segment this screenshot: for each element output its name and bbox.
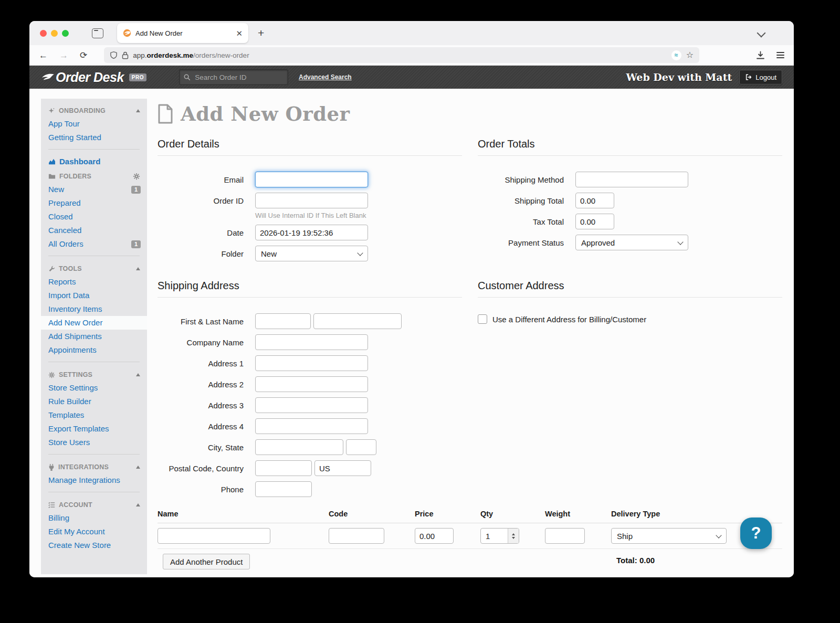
product-code-field[interactable] bbox=[329, 528, 384, 544]
sidebar-item-add-shipments[interactable]: Add Shipments bbox=[41, 330, 147, 343]
translate-extension-icon[interactable]: ≈ bbox=[671, 50, 681, 60]
phone-field[interactable] bbox=[255, 481, 312, 497]
link-label: Create New Store bbox=[48, 541, 111, 550]
sidebar-item-templates[interactable]: Templates bbox=[41, 408, 147, 422]
new-tab-button[interactable]: + bbox=[258, 27, 264, 39]
help-button[interactable]: ? bbox=[740, 518, 772, 549]
sidebar-section-account[interactable]: ACCOUNT bbox=[41, 497, 147, 511]
state-field[interactable] bbox=[346, 439, 376, 455]
shipping-total-field[interactable] bbox=[575, 193, 614, 208]
sidebar-item-export-templates[interactable]: Export Templates bbox=[41, 422, 147, 436]
sidebar-item-dashboard[interactable]: Dashboard bbox=[41, 154, 147, 168]
order-id-helper-text: Will Use Internal ID If This Left Blank bbox=[255, 212, 462, 219]
sidebar-item-store-users[interactable]: Store Users bbox=[41, 436, 147, 449]
logout-button[interactable]: Logout bbox=[739, 70, 782, 85]
sidebar-item-reports[interactable]: Reports bbox=[41, 275, 147, 289]
stepper-buttons[interactable] bbox=[508, 529, 519, 543]
count-badge: 1 bbox=[131, 240, 141, 248]
collapse-caret-icon[interactable] bbox=[136, 503, 140, 506]
delivery-type-select[interactable]: Ship bbox=[611, 528, 727, 544]
bookmark-star-icon[interactable]: ☆ bbox=[686, 51, 694, 59]
sidebar-item-appointments[interactable]: Appointments bbox=[41, 343, 147, 357]
add-another-product-button[interactable]: Add Another Product bbox=[163, 554, 250, 569]
close-window-button[interactable] bbox=[40, 30, 47, 37]
list-all-tabs-icon[interactable] bbox=[757, 29, 766, 38]
minimize-window-button[interactable] bbox=[51, 30, 58, 37]
email-field[interactable] bbox=[255, 172, 368, 187]
quantity-stepper[interactable]: 1 bbox=[480, 528, 519, 544]
sidebar-item-inventory-items[interactable]: Inventory Items bbox=[41, 302, 147, 316]
different-address-checkbox[interactable] bbox=[478, 314, 487, 324]
tab-add-new-order[interactable]: Add New Order ✕ bbox=[117, 23, 248, 43]
tab-close-icon[interactable]: ✕ bbox=[236, 29, 243, 37]
url-domain: orderdesk.me bbox=[147, 51, 194, 59]
search-input[interactable] bbox=[194, 73, 284, 82]
sidebar-item-prepared[interactable]: Prepared bbox=[41, 196, 147, 210]
sidebar-item-edit-my-account[interactable]: Edit My Account bbox=[41, 525, 147, 538]
orderdesk-logo[interactable]: Order Desk PRO bbox=[41, 70, 146, 85]
address3-field[interactable] bbox=[255, 397, 368, 413]
product-weight-field[interactable] bbox=[545, 528, 585, 544]
step-down-icon[interactable] bbox=[512, 537, 515, 539]
forward-button[interactable]: → bbox=[59, 51, 68, 60]
sidebar-item-create-new-store[interactable]: Create New Store bbox=[41, 538, 147, 552]
sidebar-item-billing[interactable]: Billing bbox=[41, 511, 147, 525]
shipping-method-field[interactable] bbox=[575, 172, 688, 187]
lock-icon[interactable] bbox=[122, 51, 129, 59]
sidebar-item-manage-integrations[interactable]: Manage Integrations bbox=[41, 473, 147, 487]
last-name-field[interactable] bbox=[313, 313, 402, 329]
folder-settings-gear-icon[interactable] bbox=[133, 173, 140, 180]
tax-total-label: Tax Total bbox=[478, 217, 575, 226]
collapse-caret-icon[interactable] bbox=[136, 466, 140, 469]
address1-field[interactable] bbox=[255, 355, 368, 371]
postal-code-field[interactable] bbox=[255, 460, 312, 476]
sidebar-item-rule-builder[interactable]: Rule Builder bbox=[41, 395, 147, 408]
sidebar-section-integrations[interactable]: INTEGRATIONS bbox=[41, 459, 147, 473]
folder-select[interactable]: New bbox=[255, 246, 368, 261]
first-name-field[interactable] bbox=[255, 313, 311, 329]
downloads-icon[interactable] bbox=[756, 51, 765, 60]
sidebar-item-app-tour[interactable]: App Tour bbox=[41, 117, 147, 131]
shield-icon[interactable] bbox=[110, 51, 118, 59]
zoom-window-button[interactable] bbox=[62, 30, 69, 37]
sidebar-item-getting-started[interactable]: Getting Started bbox=[41, 131, 147, 144]
url-bar[interactable]: app.orderdesk.me/orders/new-order ≈ ☆ bbox=[104, 47, 699, 63]
sidebar-section-folders[interactable]: FOLDERS bbox=[41, 168, 147, 183]
sidebar-section-onboarding[interactable]: ONBOARDING bbox=[41, 103, 147, 117]
link-label: All Orders bbox=[48, 239, 83, 249]
advanced-search-link[interactable]: Advanced Search bbox=[299, 73, 352, 81]
sidebar-section-tools[interactable]: TOOLS bbox=[41, 261, 147, 275]
product-name-field[interactable] bbox=[158, 528, 270, 544]
payment-status-select[interactable]: Approved bbox=[575, 235, 688, 250]
product-price-field[interactable] bbox=[415, 528, 454, 544]
sidebar-item-all-orders[interactable]: All Orders1 bbox=[41, 237, 147, 251]
date-field[interactable] bbox=[255, 225, 368, 240]
divider bbox=[48, 362, 140, 362]
collapse-caret-icon[interactable] bbox=[136, 267, 140, 270]
city-field[interactable] bbox=[255, 439, 343, 455]
company-name-field[interactable] bbox=[255, 334, 368, 350]
collapse-caret-icon[interactable] bbox=[136, 373, 140, 376]
reload-button[interactable]: ⟳ bbox=[80, 51, 87, 60]
menu-icon[interactable] bbox=[776, 52, 784, 58]
back-button[interactable]: ← bbox=[39, 51, 48, 60]
sidebar-item-new[interactable]: New1 bbox=[41, 183, 147, 196]
sidebar-item-canceled[interactable]: Canceled bbox=[41, 224, 147, 237]
address2-field[interactable] bbox=[255, 376, 368, 392]
sidebar-item-store-settings[interactable]: Store Settings bbox=[41, 381, 147, 395]
collapse-caret-icon[interactable] bbox=[136, 109, 140, 112]
firefox-view-icon[interactable] bbox=[92, 28, 103, 38]
tax-total-field[interactable] bbox=[575, 214, 614, 229]
logout-icon bbox=[745, 73, 752, 81]
address4-field[interactable] bbox=[255, 418, 368, 434]
column-header-code: Code bbox=[329, 510, 415, 518]
folder-label: Folder bbox=[158, 249, 255, 258]
country-field[interactable] bbox=[314, 460, 371, 476]
sidebar-item-add-new-order[interactable]: Add New Order bbox=[41, 316, 147, 330]
sidebar-item-closed[interactable]: Closed bbox=[41, 210, 147, 224]
sidebar-item-import-data[interactable]: Import Data bbox=[41, 289, 147, 302]
step-up-icon[interactable] bbox=[512, 533, 515, 535]
order-id-field[interactable] bbox=[255, 193, 368, 208]
link-label: Billing bbox=[48, 513, 69, 523]
sidebar-section-settings[interactable]: SETTINGS bbox=[41, 367, 147, 381]
